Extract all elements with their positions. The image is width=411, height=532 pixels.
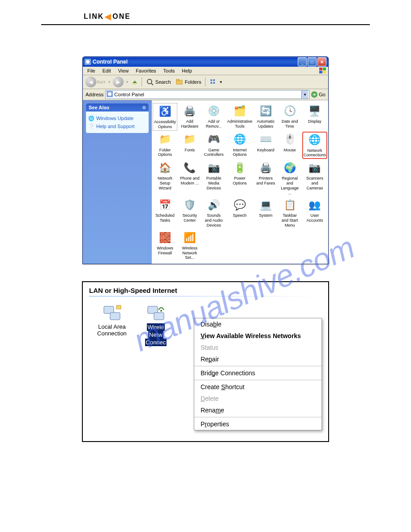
cp-item-system[interactable]: 💻System — [254, 197, 278, 228]
back-label: Back — [97, 80, 106, 84]
menu-item-repair[interactable]: Repair — [194, 353, 321, 365]
cp-item-label: Wireless Network Set... — [179, 246, 201, 260]
svg-rect-4 — [319, 71, 322, 73]
cp-item-folder-options[interactable]: 📁Folder Options — [153, 132, 177, 159]
cp-item-scheduled-tasks[interactable]: 📅Scheduled Tasks — [153, 197, 177, 228]
cp-item-icon: 📷 — [308, 161, 322, 175]
logo: LINK ◀ ONE — [84, 12, 131, 21]
cp-item-regional-and-language[interactable]: 🌍Regional and Language ... — [278, 160, 301, 196]
cp-item-icon: 🔋 — [232, 161, 247, 175]
wifi-icon — [145, 304, 167, 323]
menu-edit[interactable]: Edit — [101, 68, 113, 74]
forward-dd-icon[interactable]: ▼ — [125, 80, 129, 84]
link-label: Windows Update — [96, 116, 133, 121]
views-button[interactable]: ▼ — [208, 77, 224, 86]
menu-item-bridge-connections[interactable]: Bridge Connections — [194, 367, 321, 379]
menu-item-disable[interactable]: Disable — [194, 318, 321, 330]
menu-tools[interactable]: Tools — [162, 68, 177, 74]
cp-item-add-or-remov[interactable]: 💿Add or Remov... — [202, 103, 226, 131]
cp-item-keyboard[interactable]: ⌨️Keyboard — [254, 132, 278, 159]
cp-item-sounds-and-audio-devices[interactable]: 🔊Sounds and Audio Devices — [202, 197, 226, 228]
cp-item-label: Administrative Tools — [227, 119, 253, 129]
connection-wireless[interactable]: Wirele Netw Connec — [137, 304, 174, 346]
cp-item-phone-and-modem[interactable]: 📞Phone and Modem ... — [178, 160, 201, 196]
cp-item-icon: 📷 — [206, 161, 221, 175]
connection-label-line1: Local Area — [98, 323, 125, 330]
menu-favorites[interactable]: Favorites — [134, 68, 158, 74]
cp-item-network-setup-wizard[interactable]: 🏠Network Setup Wizard — [153, 160, 177, 196]
back-dd-icon[interactable]: ▼ — [107, 80, 111, 84]
cp-item-automatic-updates[interactable]: 🔄Automatic Updates — [254, 103, 278, 131]
cp-item-administrative-tools[interactable]: 🗂️Administrative Tools — [226, 103, 253, 131]
cp-item-user-accounts[interactable]: 👥User Accounts — [302, 197, 327, 228]
cp-item-speech[interactable]: 💬Speech — [226, 197, 253, 228]
cp-item-add-hardware[interactable]: 🖨️Add Hardware — [178, 103, 201, 131]
cp-item-icon: 👥 — [308, 198, 322, 212]
svg-rect-6 — [134, 83, 136, 85]
panel-link-windows-update[interactable]: 🌐 Windows Update — [89, 114, 146, 122]
cp-item-game-controllers[interactable]: 🎮Game Controllers — [202, 132, 226, 159]
go-icon: ➜ — [311, 91, 317, 98]
views-icon — [210, 78, 218, 86]
menu-item-properties[interactable]: Properties — [194, 418, 321, 430]
menu-help[interactable]: Help — [180, 68, 194, 74]
cp-item-printers-and-faxes[interactable]: 🖨️Printers and Faxes — [254, 160, 278, 196]
menu-file[interactable]: File — [86, 68, 97, 74]
cp-item-display[interactable]: 🖥️Display — [302, 103, 327, 131]
connection-label-line2: Connection — [97, 330, 127, 337]
minimize-button[interactable]: _ — [298, 57, 307, 66]
cp-item-icon: 🏠 — [158, 161, 172, 175]
cp-item-internet-options[interactable]: 🌐Internet Options — [226, 132, 253, 159]
menu-item-view-available-wireless-networks[interactable]: View Available Wireless Networks — [194, 330, 321, 342]
up-icon[interactable] — [131, 78, 139, 86]
globe-icon: 🌐 — [89, 116, 94, 121]
cp-item-mouse[interactable]: 🖱️Mouse — [278, 132, 301, 159]
address-dropdown-icon[interactable]: ▼ — [301, 90, 308, 99]
cp-item-fonts[interactable]: 📁Fonts — [178, 132, 201, 159]
maximize-button[interactable]: □ — [308, 57, 317, 66]
menu-view[interactable]: View — [116, 68, 131, 74]
cp-item-scanners-and-cameras[interactable]: 📷Scanners and Cameras — [302, 160, 327, 196]
window-icon — [85, 59, 91, 65]
search-button[interactable]: Search — [145, 77, 172, 86]
logo-part2: ONE — [112, 13, 131, 21]
cp-item-label: Add Hardware — [179, 119, 201, 129]
lan-icon — [101, 304, 123, 323]
menu-item-status: Status — [194, 342, 321, 353]
cp-item-icon: 💬 — [232, 198, 247, 212]
cp-item-label: System — [259, 213, 273, 218]
side-panel: See Also ⊙ 🌐 Windows Update ❔ Help and S… — [83, 100, 152, 264]
cp-item-label: Taskbar and Start Menu — [279, 213, 300, 227]
cp-item-security-center[interactable]: 🛡️Security Center — [178, 197, 201, 228]
titlebar[interactable]: Control Panel _ □ ✕ — [83, 57, 328, 67]
toolbar-separator — [141, 77, 142, 86]
panel-heading[interactable]: See Also ⊙ — [86, 103, 149, 112]
folders-button[interactable]: Folders — [174, 77, 203, 86]
panel-link-help-support[interactable]: ❔ Help and Support — [89, 122, 146, 130]
cp-item-label: Fonts — [185, 148, 195, 153]
address-field[interactable]: Control Panel ▼ — [105, 90, 309, 99]
cp-item-power-options[interactable]: 🔋Power Options — [226, 160, 253, 196]
cp-item-icon: 🗂️ — [232, 104, 247, 118]
cp-item-label: Scanners and Cameras — [303, 176, 326, 190]
cp-item-label: User Accounts — [303, 213, 326, 223]
cp-item-wireless-network-set[interactable]: 📶Wireless Network Set... — [178, 230, 201, 261]
back-button[interactable]: ◄ — [86, 77, 96, 87]
close-button[interactable]: ✕ — [317, 57, 326, 66]
cp-item-label: Speech — [233, 213, 247, 218]
svg-rect-19 — [116, 305, 121, 309]
cp-item-windows-firewall[interactable]: 🧱Windows Firewall — [153, 230, 177, 261]
menu-item-create-shortcut[interactable]: Create Shortcut — [194, 381, 321, 393]
cp-item-taskbar-and-start-menu[interactable]: 📋Taskbar and Start Menu — [278, 197, 301, 228]
go-button[interactable]: ➜ Go — [311, 91, 325, 98]
menu-item-rename[interactable]: Rename — [194, 404, 321, 416]
cp-item-label: Printers and Faxes — [255, 176, 277, 186]
forward-button[interactable]: ► — [113, 77, 124, 87]
connection-label-line3: Connec — [145, 339, 167, 346]
cp-item-label: Add or Remov... — [203, 119, 225, 129]
cp-item-date-and-time[interactable]: 🕓Date and Time — [278, 103, 301, 131]
connection-lan[interactable]: Local Area Connection — [94, 304, 130, 337]
cp-item-portable-media-devices[interactable]: 📷Portable Media Devices — [202, 160, 226, 196]
cp-item-accessibility-options[interactable]: ♿Accessibility Options — [153, 103, 177, 131]
cp-item-network-connections[interactable]: 🌐Network Connections — [302, 132, 327, 159]
